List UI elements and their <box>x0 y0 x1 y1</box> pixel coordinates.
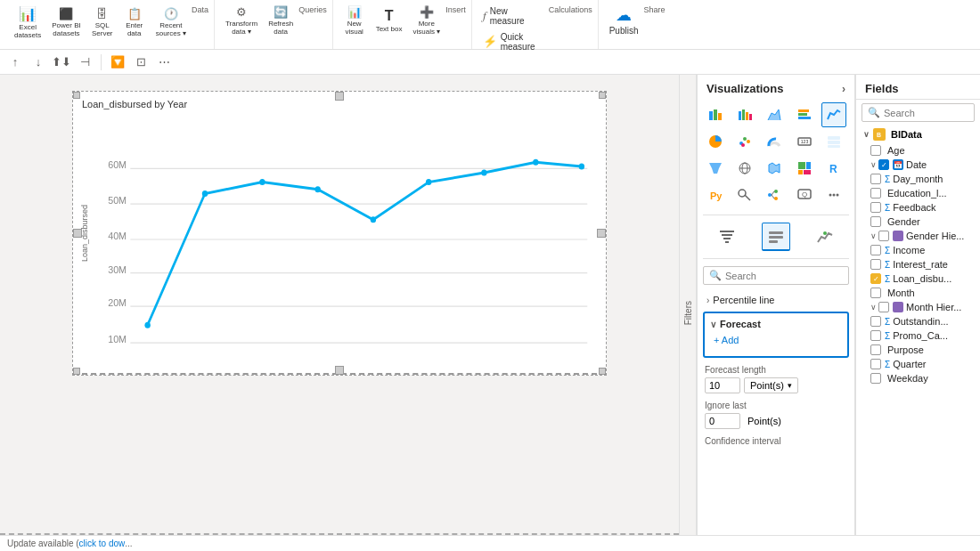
viz-icon-card[interactable]: 123 <box>792 129 817 154</box>
viz-filters-icon[interactable] <box>713 223 741 251</box>
resize-handle-right[interactable] <box>597 229 606 238</box>
education-checkbox[interactable] <box>870 188 881 199</box>
viz-icon-decomp-tree[interactable] <box>762 182 787 207</box>
field-interest-rate[interactable]: Σ Interest_rate <box>856 257 980 271</box>
send-backward-button[interactable]: ⬆⬇ <box>52 53 71 72</box>
field-feedback[interactable]: Σ Feedback <box>856 200 980 215</box>
promo-checkbox[interactable] <box>870 330 881 341</box>
gender-checkbox[interactable] <box>870 216 881 227</box>
enter-data-button[interactable]: 📋 Enterdata <box>118 5 151 39</box>
field-date[interactable]: ∨ ✓ 📅 Date <box>856 158 980 172</box>
forecast-header[interactable]: ∨ Forecast <box>710 319 842 329</box>
select-button[interactable]: ⊡ <box>131 53 151 72</box>
loan-checkbox[interactable]: ✓ <box>870 273 881 284</box>
new-visual-button[interactable]: 📊 Newvisual <box>339 4 371 37</box>
viz-icon-map[interactable] <box>732 156 757 181</box>
transform-button[interactable]: ⚙ Transformdata ▾ <box>220 4 263 37</box>
powerbi-button[interactable]: ⬛ Power BIdatasets <box>46 5 86 39</box>
resize-handle-top[interactable] <box>335 92 344 101</box>
viz-icon-line-chart[interactable] <box>821 102 846 127</box>
arrow-up-button[interactable]: ↑ <box>5 53 25 72</box>
viz-icon-key-influencer[interactable] <box>732 182 757 207</box>
viz-icon-qa[interactable]: Q <box>792 182 817 207</box>
more-visuals-button[interactable]: ➕ Morevisuals ▾ <box>407 4 445 37</box>
interest-checkbox[interactable] <box>870 259 881 270</box>
viz-format-icon[interactable] <box>762 223 790 251</box>
field-income[interactable]: Σ Income <box>856 243 980 257</box>
viz-icon-funnel[interactable] <box>703 156 728 181</box>
resize-handle-topright[interactable] <box>599 92 606 99</box>
resize-handle-bottomright[interactable] <box>599 368 606 375</box>
feedback-checkbox[interactable] <box>870 202 881 213</box>
field-purpose[interactable]: Purpose <box>856 343 980 357</box>
month-hier-checkbox[interactable] <box>878 302 889 312</box>
viz-icon-pie[interactable] <box>703 129 728 154</box>
viz-panel-chevron[interactable]: › <box>842 83 845 95</box>
viz-icon-gauge[interactable] <box>762 129 787 154</box>
viz-icon-filled-map[interactable] <box>762 156 787 181</box>
field-daymonth[interactable]: Σ Day_month <box>856 172 980 186</box>
update-link[interactable]: click to dow <box>79 539 126 548</box>
field-promo[interactable]: Σ Promo_Ca... <box>856 328 980 343</box>
viz-icon-stacked-bar[interactable] <box>703 102 728 127</box>
analytics-search-box[interactable]: 🔍 <box>703 266 849 285</box>
field-month[interactable]: Month <box>856 286 980 300</box>
weekday-checkbox[interactable] <box>870 373 881 384</box>
ignore-last-input[interactable] <box>705 413 740 429</box>
viz-icon-bar-chart[interactable] <box>792 102 817 127</box>
new-measure-button[interactable]: 𝑓 Newmeasure <box>478 4 549 28</box>
bidata-group-header[interactable]: ∨ B BIData <box>856 126 980 143</box>
field-education[interactable]: Education_l... <box>856 186 980 200</box>
canvas-area[interactable]: Loan_disbursed by Year Loan_disbursed 10… <box>0 75 679 551</box>
resize-handle-left[interactable] <box>73 229 82 238</box>
field-age[interactable]: Age <box>856 143 980 158</box>
viz-analytics-icon[interactable] <box>811 223 839 251</box>
resize-handle-topleft[interactable] <box>73 92 80 99</box>
forecast-length-input[interactable] <box>705 377 740 393</box>
fields-search-box[interactable]: 🔍 <box>862 103 975 122</box>
percentile-line-row[interactable]: › Percentile line <box>698 292 854 308</box>
date-checkbox[interactable]: ✓ <box>878 159 889 170</box>
quarter-checkbox[interactable] <box>870 359 881 369</box>
quick-measure-button[interactable]: ⚡ Quickmeasure <box>478 29 549 53</box>
field-quarter[interactable]: Σ Quarter <box>856 357 980 371</box>
viz-icon-multirow-card[interactable] <box>821 129 846 154</box>
gender-hier-checkbox[interactable] <box>878 231 889 241</box>
field-month-hierarchy[interactable]: ∨ Month Hier... <box>856 300 980 314</box>
forecast-unit-dropdown[interactable]: Point(s) ▾ <box>744 377 798 393</box>
field-gender-hierarchy[interactable]: ∨ Gender Hie... <box>856 229 980 243</box>
align-button[interactable]: ⊣ <box>75 53 94 72</box>
income-checkbox[interactable] <box>870 245 881 255</box>
viz-icon-treemap[interactable] <box>792 156 817 181</box>
filter-button[interactable]: 🔽 <box>108 53 127 72</box>
viz-icon-clustered-bar[interactable] <box>732 102 757 127</box>
fields-search-input[interactable] <box>884 108 968 118</box>
more-button[interactable]: ⋯ <box>154 53 174 72</box>
arrow-down-button[interactable]: ↓ <box>29 53 48 72</box>
daymonth-checkbox[interactable] <box>870 174 881 184</box>
filters-label[interactable]: Filters <box>683 301 693 325</box>
analytics-search-input[interactable] <box>725 271 843 281</box>
filters-sidebar[interactable]: Filters <box>679 75 697 551</box>
recent-sources-button[interactable]: 🕐 Recentsources ▾ <box>151 5 192 39</box>
viz-icon-more[interactable] <box>821 182 846 207</box>
publish-button[interactable]: ☁ Publish <box>604 4 644 37</box>
sql-button[interactable]: 🗄 SQLServer <box>86 5 118 39</box>
viz-icon-python[interactable]: Py <box>703 182 728 207</box>
excel-button[interactable]: 📊 Exceldatasets <box>9 4 46 41</box>
viz-icon-area-chart[interactable] <box>762 102 787 127</box>
text-box-button[interactable]: T Text box <box>371 6 408 35</box>
viz-icon-scatter[interactable] <box>732 129 757 154</box>
outstanding-checkbox[interactable] <box>870 316 881 327</box>
viz-icon-r[interactable]: R <box>821 156 846 181</box>
field-gender[interactable]: Gender <box>856 215 980 229</box>
month-checkbox[interactable] <box>870 288 881 298</box>
field-loan[interactable]: ✓ Σ Loan_disbu... <box>856 271 980 286</box>
age-checkbox[interactable] <box>870 145 881 156</box>
resize-handle-bottomleft[interactable] <box>73 368 80 375</box>
field-weekday[interactable]: Weekday <box>856 371 980 385</box>
resize-handle-bottom[interactable] <box>335 366 344 375</box>
forecast-add-button[interactable]: + Add <box>710 329 842 351</box>
refresh-button[interactable]: 🔄 Refreshdata <box>263 4 298 37</box>
field-outstanding[interactable]: Σ Outstandin... <box>856 314 980 328</box>
